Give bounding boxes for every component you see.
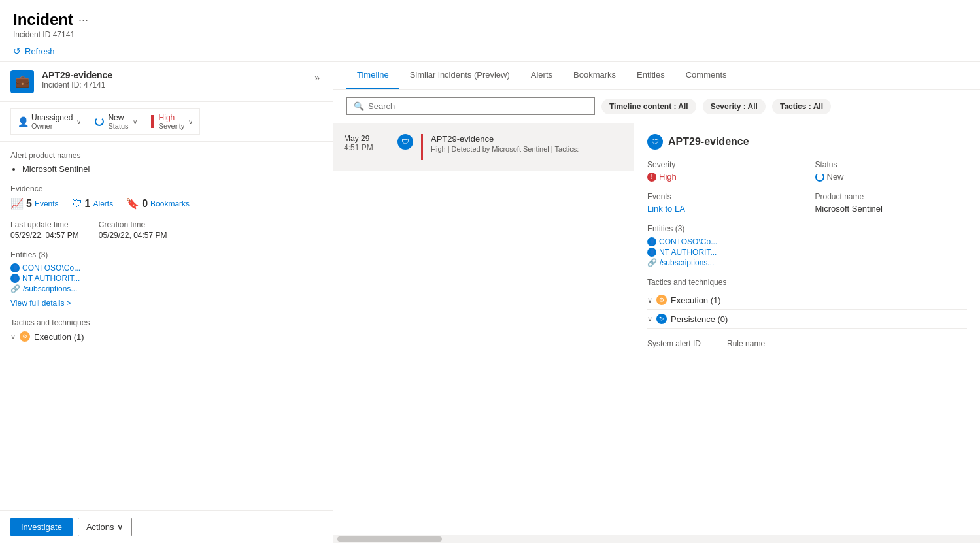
entity-item-2[interactable]: 🔗 /subscriptions... [10, 284, 322, 293]
scrollbar-thumb[interactable] [337, 536, 442, 542]
status-value: New [108, 113, 128, 122]
timeline-date-0: May 29 4:51 PM [344, 134, 390, 152]
detail-entity-2[interactable]: 🔗 /subscriptions... [647, 258, 967, 267]
owner-label: Owner [31, 122, 73, 130]
detail-entity-name-1: NT AUTHORIT... [659, 248, 717, 257]
detail-tactic-name-0: Execution (1) [671, 295, 721, 305]
severity-value: High [159, 113, 185, 122]
alerts-evidence: 🛡 1 Alerts [72, 197, 114, 210]
events-evidence: 📈 5 Events [10, 197, 59, 210]
detail-tactic-chevron-0: ∨ [647, 296, 652, 304]
horizontal-scrollbar[interactable] [333, 535, 980, 543]
detail-entity-0[interactable]: CONTOSO\Co... [647, 237, 967, 246]
alert-product-item: Microsoft Sentinel [22, 164, 322, 174]
tab-alerts[interactable]: Alerts [520, 62, 563, 89]
severity-dropdown[interactable]: High Severity ∨ [144, 108, 201, 135]
footer-buttons: Investigate Actions ∨ [0, 510, 333, 543]
severity-field: Severity High [647, 160, 800, 182]
detail-persistence-icon [656, 314, 667, 324]
timeline-content-chip-label: Timeline content : All [609, 102, 688, 111]
status-field-value: New [815, 172, 968, 182]
more-options-icon[interactable]: ··· [78, 13, 88, 27]
timeline-body: May 29 4:51 PM 🛡 APT29-evidence High | D… [333, 123, 980, 535]
collapse-panel-button[interactable]: » [312, 70, 322, 86]
timeline-shield-icon-0: 🛡 [397, 134, 413, 150]
product-field-value: Microsoft Sentinel [815, 204, 968, 214]
creation-label: Creation time [99, 220, 167, 229]
detail-chain-icon-2: 🔗 [647, 258, 657, 267]
events-link[interactable]: Events [35, 199, 59, 208]
times-section: Last update time 05/29/22, 04:57 PM Crea… [10, 220, 322, 240]
evidence-label: Evidence [10, 184, 322, 193]
severity-chip-label: Severity : All [711, 102, 758, 111]
tactics-filter[interactable]: Tactics : All [772, 99, 831, 114]
entity-item-0[interactable]: CONTOSO\Co... [10, 263, 322, 272]
events-field-value[interactable]: Link to LA [647, 204, 800, 214]
bookmarks-link[interactable]: Bookmarks [150, 199, 190, 208]
detail-tactic-1[interactable]: ∨ Persistence (0) [647, 310, 967, 329]
execution-icon [20, 331, 30, 342]
status-label: Status [108, 122, 128, 130]
status-dropdown[interactable]: New Status ∨ [88, 108, 143, 135]
timeline-date-time-0: 4:51 PM [344, 143, 390, 152]
entity-name-0: CONTOSO\Co... [22, 263, 80, 272]
investigate-button[interactable]: Investigate [10, 518, 73, 536]
actions-button[interactable]: Actions ∨ [78, 518, 132, 536]
detail-tactics-section: Tactics and techniques ∨ Execution (1) ∨… [647, 278, 967, 329]
pulse-icon: 📈 [10, 197, 24, 210]
timeline-date-day-0: May 29 [344, 134, 390, 143]
detail-person-icon-0 [647, 237, 656, 246]
chain-icon-2: 🔗 [10, 284, 20, 293]
product-field: Product name Microsoft Sentinel [815, 192, 968, 214]
status-spinner-icon [95, 117, 104, 126]
severity-field-label: Severity [647, 160, 800, 169]
user-icon: 👤 [18, 116, 29, 127]
filter-row: 🔍 Timeline content : All Severity : All … [333, 90, 980, 123]
person-icon-1 [10, 274, 20, 283]
timeline-list: May 29 4:51 PM 🛡 APT29-evidence High | D… [333, 123, 634, 535]
evidence-section: Evidence 📈 5 Events 🛡 1 Alerts [10, 184, 322, 210]
last-update-label: Last update time [10, 220, 79, 229]
tab-timeline[interactable]: Timeline [346, 62, 399, 89]
tab-entities[interactable]: Entities [626, 62, 675, 89]
detail-grid: Severity High Status New [647, 160, 967, 214]
high-severity-icon [647, 173, 656, 182]
timeline-content-filter[interactable]: Timeline content : All [601, 99, 696, 114]
refresh-button[interactable]: ↺ Refresh [13, 46, 55, 56]
events-field: Events Link to LA [647, 192, 800, 214]
person-icon-0 [10, 263, 20, 272]
view-full-details-link[interactable]: View full details > [10, 299, 322, 308]
new-status-icon [815, 173, 824, 182]
severity-bar [151, 115, 154, 128]
timeline-item-0[interactable]: May 29 4:51 PM 🛡 APT29-evidence High | D… [333, 123, 634, 171]
search-icon: 🔍 [354, 101, 364, 111]
alert-product-list: Microsoft Sentinel [10, 164, 322, 174]
timeline-item-title-0: APT29-evidence [431, 134, 623, 144]
detail-panel-title: APT29-evidence [668, 136, 749, 148]
alert-product-section: Alert product names Microsoft Sentinel [10, 151, 322, 174]
entities-label: Entities (3) [10, 250, 322, 259]
tactic-item-0[interactable]: ∨ Execution (1) [10, 331, 322, 342]
detail-shield-icon: 🛡 [647, 134, 663, 150]
creation-value: 05/29/22, 04:57 PM [99, 231, 167, 240]
alerts-link[interactable]: Alerts [93, 199, 114, 208]
system-alert-id-field: System alert ID [647, 339, 701, 351]
entity-item-1[interactable]: NT AUTHORIT... [10, 274, 322, 283]
detail-entity-name-2: /subscriptions... [660, 258, 714, 267]
tab-similar-incidents[interactable]: Similar incidents (Preview) [399, 62, 520, 89]
detail-entity-1[interactable]: NT AUTHORIT... [647, 248, 967, 257]
tab-bookmarks[interactable]: Bookmarks [563, 62, 626, 89]
detail-tactic-name-1: Persistence (0) [671, 314, 728, 324]
tactics-section: Tactics and techniques ∨ Execution (1) [10, 318, 322, 342]
tab-comments[interactable]: Comments [675, 62, 737, 89]
detail-tactic-0[interactable]: ∨ Execution (1) [647, 291, 967, 310]
search-input[interactable] [368, 101, 588, 111]
detail-tactics-label: Tactics and techniques [647, 278, 967, 287]
detail-entity-name-0: CONTOSO\Co... [659, 237, 717, 246]
entity-name-2: /subscriptions... [23, 284, 77, 293]
bookmarks-count: 0 [142, 198, 148, 210]
search-box[interactable]: 🔍 [346, 97, 595, 115]
severity-chevron-icon: ∨ [188, 118, 193, 125]
severity-filter[interactable]: Severity : All [703, 99, 766, 114]
owner-dropdown[interactable]: 👤 Unassigned Owner ∨ [10, 108, 88, 135]
